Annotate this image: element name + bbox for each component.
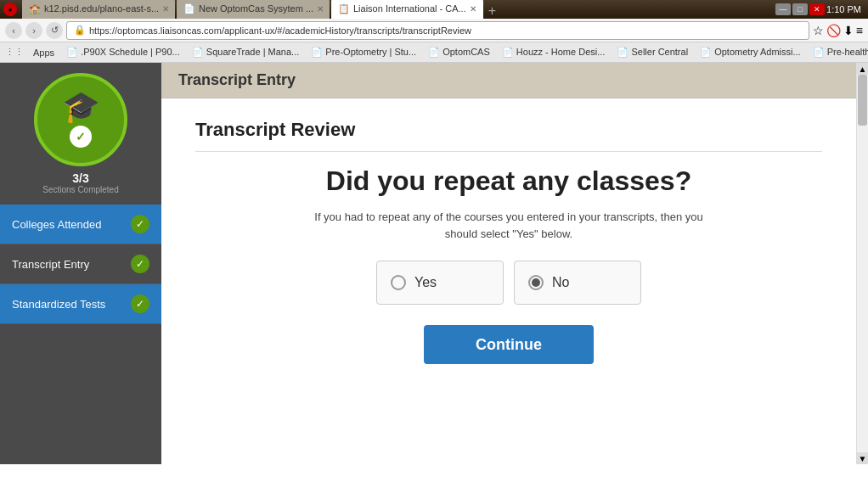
sidebar: 🎓 ✓ 3/3 Sections Completed Colleges Atte… (0, 63, 161, 464)
tab-3-favicon: 📋 (338, 3, 350, 14)
continue-button[interactable]: Continue (424, 325, 594, 364)
forward-button[interactable]: › (25, 22, 42, 39)
bookmark-houzz[interactable]: 📄 Houzz - Home Desi... (498, 45, 610, 59)
address-bar-row: ‹ › ↺ 🔒 https://optomcas.liaisoncas.com/… (0, 19, 868, 42)
close-button[interactable]: ✕ (809, 3, 825, 15)
sidebar-item-standardized[interactable]: Standardized Tests ✓ (0, 284, 161, 324)
question-title: Did you repeat any classes? (195, 165, 822, 197)
menu-icon[interactable]: ≡ (856, 24, 863, 37)
tab-2-favicon: 📄 (183, 3, 195, 14)
sidebar-colleges-label: Colleges Attended (12, 218, 102, 231)
ssl-icon: 🔒 (74, 25, 86, 36)
window-controls: — □ ✕ (775, 3, 825, 15)
new-tab-button[interactable]: + (485, 3, 499, 19)
bookmark-seller[interactable]: 📄 Seller Central (612, 45, 692, 59)
sidebar-item-transcript[interactable]: Transcript Entry ✓ (0, 244, 161, 284)
bookmark-squaretrade[interactable]: 📄 SquareTrade | Mana... (188, 45, 304, 59)
scroll-down-button[interactable]: ▼ (857, 452, 868, 464)
tab-1-close[interactable]: ✕ (162, 4, 169, 14)
sections-label: Sections Completed (42, 185, 119, 194)
bookmarks-bar: ⋮⋮ Apps 📄 .P90X Schedule | P90... 📄 Squa… (0, 42, 868, 63)
description-line1: If you had to repeat any of the courses … (314, 210, 702, 223)
bookmark-apps[interactable]: Apps (29, 46, 59, 59)
scroll-thumb[interactable] (858, 75, 867, 126)
time-display: 1:10 PM (826, 4, 861, 14)
main-content: Transcript Entry Transcript Review Did y… (161, 63, 856, 464)
sidebar-standardized-label: Standardized Tests (12, 298, 105, 311)
radio-dot-yes (391, 275, 406, 290)
tab-2-label: New OptomCas Sysytem ... (199, 3, 313, 14)
tab-3[interactable]: 📋 Liaison International - CA... ✕ (331, 0, 483, 19)
sidebar-transcript-label: Transcript Entry (12, 258, 89, 271)
url-text: https://optomcas.liaisoncas.com/applican… (89, 25, 471, 36)
tab-1-label: k12.pisd.edu/plano-east-s... (44, 3, 159, 14)
page-header: Transcript Entry (161, 63, 856, 98)
address-box[interactable]: 🔒 https://optomcas.liaisoncas.com/applic… (66, 21, 809, 40)
sidebar-transcript-check: ✓ (131, 255, 149, 273)
tab-3-close[interactable]: ✕ (470, 4, 476, 14)
sections-fraction: 3/3 (42, 171, 119, 185)
maximize-button[interactable]: □ (792, 3, 808, 15)
browser-chrome: ● 🏫 k12.pisd.edu/plano-east-s... ✕ 📄 New… (0, 0, 868, 63)
bookmark-p90x[interactable]: 📄 .P90X Schedule | P90... (62, 45, 184, 59)
tab-1-favicon: 🏫 (29, 3, 41, 14)
graduation-circle: 🎓 ✓ (34, 73, 127, 166)
sections-info: 3/3 Sections Completed (42, 171, 119, 194)
tab-2-close[interactable]: ✕ (317, 4, 324, 14)
bookmark-optomcas[interactable]: 📄 OptomCAS (424, 45, 494, 59)
refresh-button[interactable]: ↺ (46, 22, 63, 39)
check-symbol: ✓ (76, 130, 86, 143)
stop-icon[interactable]: 🚫 (826, 24, 841, 37)
scroll-track (857, 75, 868, 452)
bookmark-star-icon[interactable]: ☆ (813, 24, 824, 37)
sidebar-check-circle: ✓ (70, 126, 92, 148)
sidebar-standardized-check: ✓ (131, 294, 149, 313)
minimize-button[interactable]: — (775, 3, 791, 15)
back-button[interactable]: ‹ (5, 22, 22, 39)
radio-label-yes: Yes (414, 275, 437, 290)
apps-icon: ⋮⋮ (5, 47, 24, 58)
radio-dot-no (528, 275, 544, 290)
bookmark-optometry[interactable]: 📄 Optometry Admissi... (696, 45, 805, 59)
graduation-cap-icon: 🎓 (62, 92, 100, 122)
sidebar-item-colleges[interactable]: Colleges Attended ✓ (0, 205, 161, 244)
page-header-title: Transcript Entry (178, 71, 296, 88)
section-title: Transcript Review (195, 119, 822, 152)
browser-logo: ● (3, 3, 17, 16)
page-wrapper: 🎓 ✓ 3/3 Sections Completed Colleges Atte… (0, 63, 868, 464)
title-bar-icons: ● (3, 3, 17, 16)
content-area: Transcript Review Did you repeat any cla… (161, 98, 856, 384)
tab-2[interactable]: 📄 New OptomCas Sysytem ... ✕ (177, 0, 330, 19)
scrollbar[interactable]: ▲ ▼ (856, 63, 868, 464)
address-icons: ☆ 🚫 ⬇ ≡ (813, 24, 863, 37)
description-line2: should select "Yes" below. (445, 227, 572, 240)
sidebar-colleges-check: ✓ (131, 215, 149, 233)
scroll-up-button[interactable]: ▲ (857, 63, 868, 75)
question-description: If you had to repeat any of the courses … (195, 209, 822, 242)
download-icon[interactable]: ⬇ (843, 24, 854, 37)
radio-option-yes[interactable]: Yes (376, 261, 504, 305)
radio-option-no[interactable]: No (514, 261, 641, 305)
radio-label-no: No (552, 275, 569, 290)
bookmark-prehealth[interactable]: 📄 Pre-health at ASU | ... (809, 45, 868, 59)
bookmark-preoptometry[interactable]: 📄 Pre-Optometry | Stu... (307, 45, 420, 59)
tab-1[interactable]: 🏫 k12.pisd.edu/plano-east-s... ✕ (22, 0, 175, 19)
title-bar: ● 🏫 k12.pisd.edu/plano-east-s... ✕ 📄 New… (0, 0, 868, 19)
radio-options: Yes No (195, 261, 822, 305)
tab-3-label: Liaison International - CA... (353, 3, 466, 14)
